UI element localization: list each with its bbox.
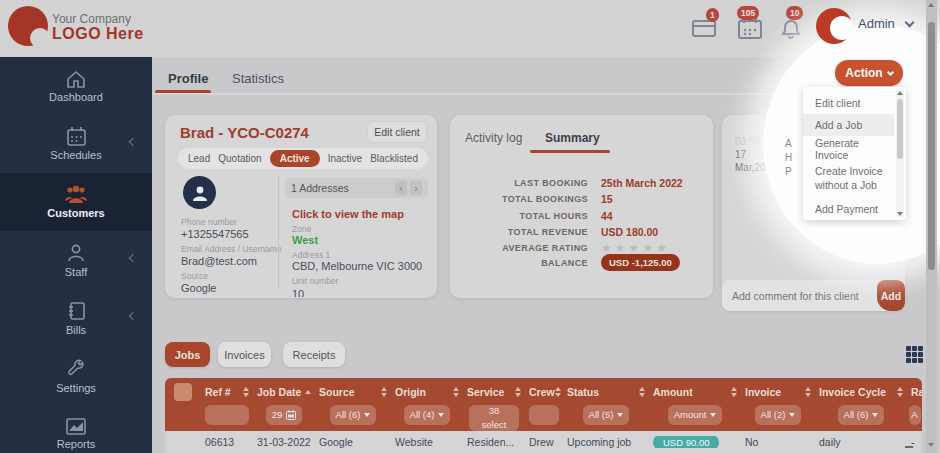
sort-icon[interactable] [805, 387, 811, 397]
origin-filter-dropdown[interactable]: All (4) [404, 405, 451, 425]
invoice-cycle-filter-dropdown[interactable]: All (6) [838, 405, 885, 425]
add-comment-button[interactable]: Add [877, 280, 905, 311]
menu-item-generate-invoice[interactable]: Generate Invoice [803, 138, 894, 160]
amount-filter-dropdown[interactable]: Amount [668, 405, 723, 425]
dropdown-arrow-icon [710, 413, 716, 417]
menu-item-add-a-job[interactable]: Add a Job [803, 114, 894, 136]
sidebar-item-staff[interactable]: Staff [0, 231, 152, 289]
scroll-up-icon[interactable] [897, 91, 903, 95]
tab-activity-log[interactable]: Activity log [465, 131, 522, 145]
menu-item-edit-client[interactable]: Edit client [803, 92, 894, 114]
dropdown-arrow-icon [364, 413, 370, 417]
action-button[interactable]: Action [835, 60, 903, 86]
summary-label: AVERAGE RATING [460, 243, 588, 253]
tab-statistics[interactable]: Statistics [232, 71, 284, 86]
sidebar-item-customers[interactable]: Customers [0, 173, 152, 231]
col-ref[interactable]: Ref # [201, 378, 253, 405]
sort-icon[interactable] [897, 387, 903, 397]
col-job-date[interactable]: Job Date [253, 378, 315, 405]
view-map-link[interactable]: Click to view the map [292, 208, 404, 220]
prev-address-button[interactable]: ‹ [395, 181, 407, 195]
user-avatar[interactable] [816, 8, 852, 44]
sort-icon[interactable] [515, 387, 521, 397]
cell-invoice: No [741, 436, 815, 448]
chevron-left-icon [129, 138, 137, 146]
sidebar-item-reports[interactable]: Reports [0, 405, 152, 453]
col-invoice[interactable]: Invoice [741, 378, 815, 405]
sidebar-item-label: Dashboard [49, 91, 103, 103]
bell-icon[interactable] [781, 19, 801, 40]
sort-icon[interactable] [243, 387, 249, 397]
sidebar-item-label: Settings [56, 382, 96, 394]
chart-icon [66, 418, 86, 435]
service-filter-multiselect[interactable]: 38select [469, 405, 519, 431]
scroll-down-icon[interactable] [897, 212, 903, 216]
status-inactive[interactable]: Inactive [328, 153, 362, 164]
col-rating[interactable]: Ra [907, 378, 922, 405]
menu-item-add-payment[interactable]: Add Payment [803, 198, 894, 220]
dropdown-scrollbar[interactable] [896, 90, 904, 217]
admin-menu-label[interactable]: Admin [858, 16, 895, 31]
calendar-icon[interactable] [738, 18, 762, 39]
sidebar-item-schedules[interactable]: Schedules [0, 115, 152, 173]
rating-stars[interactable]: ★★★★★ [601, 241, 670, 255]
page-scrollbar-thumb[interactable] [928, 22, 935, 270]
status-active[interactable]: Active [270, 150, 320, 167]
sort-asc-icon[interactable] [305, 390, 311, 394]
cell-amount: USD 90.00 [649, 436, 741, 448]
chevron-left-icon [129, 254, 137, 262]
summary-value: 15 [601, 193, 613, 205]
col-invoice-cycle[interactable]: Invoice Cycle [815, 378, 907, 405]
dropdown-arrow-icon [789, 413, 795, 417]
crew-filter-input[interactable] [529, 405, 559, 425]
status-blacklisted[interactable]: Blacklisted [370, 153, 418, 164]
col-amount[interactable]: Amount [649, 378, 741, 405]
person-icon [190, 183, 210, 203]
cell-ref: 06613 [201, 436, 253, 448]
col-status[interactable]: Status [563, 378, 649, 405]
invoice-filter-dropdown[interactable]: All (2) [755, 405, 802, 425]
tab-jobs[interactable]: Jobs [165, 342, 210, 367]
select-all-checkbox[interactable] [174, 383, 192, 401]
client-avatar [183, 176, 216, 209]
rating-filter-dropdown[interactable]: A [909, 405, 921, 425]
ref-filter-input[interactable] [205, 405, 249, 425]
sort-icon[interactable] [453, 387, 459, 397]
comment-input[interactable] [722, 290, 877, 302]
edit-client-button[interactable]: Edit client [367, 121, 427, 143]
cell-source: Google [315, 436, 391, 448]
tab-summary[interactable]: Summary [545, 131, 600, 145]
col-origin[interactable]: Origin [391, 378, 463, 405]
source-filter-dropdown[interactable]: All (6) [330, 405, 377, 425]
sidebar-item-dashboard[interactable]: Dashboard [0, 57, 152, 115]
summary-row-balance: BALANCE USD -1,125.00 [460, 255, 705, 270]
sort-icon[interactable] [731, 387, 737, 397]
tab-receipts[interactable]: Receipts [283, 342, 345, 367]
col-source[interactable]: Source [315, 378, 391, 405]
jobs-table: Ref # Job Date Source Origin Service Cre… [165, 378, 922, 453]
payments-icon[interactable] [692, 20, 716, 37]
calendar-icon [67, 127, 86, 146]
scroll-down-icon[interactable] [928, 443, 934, 447]
col-crew[interactable]: Crew [525, 378, 563, 405]
sort-icon[interactable] [555, 387, 561, 397]
sidebar-item-settings[interactable]: Settings [0, 347, 152, 405]
status-filter-dropdown[interactable]: All (5) [583, 405, 630, 425]
menu-item-create-invoice-without-job[interactable]: Create Invoice without a Job [803, 160, 894, 196]
tab-invoices[interactable]: Invoices [218, 342, 271, 367]
status-lead[interactable]: Lead [188, 153, 210, 164]
job-date-filter[interactable]: 29 [266, 405, 303, 425]
table-row[interactable]: 06613 31-03-2022 Google Website Residen.… [165, 431, 922, 453]
grid-view-icon[interactable] [906, 346, 923, 363]
page-scrollbar[interactable] [926, 0, 937, 453]
col-service[interactable]: Service [463, 378, 525, 405]
sort-icon[interactable] [639, 387, 645, 397]
dropdown-scrollbar-thumb[interactable] [897, 99, 903, 159]
sort-icon[interactable] [381, 387, 387, 397]
tab-profile[interactable]: Profile [168, 71, 208, 86]
scroll-up-icon[interactable] [928, 3, 934, 7]
next-address-button[interactable]: › [410, 181, 422, 195]
sidebar-item-bills[interactable]: Bills [0, 289, 152, 347]
top-header: Your Company LOGO Here 1 105 10 [0, 0, 940, 57]
status-quotation[interactable]: Quotation [218, 153, 261, 164]
